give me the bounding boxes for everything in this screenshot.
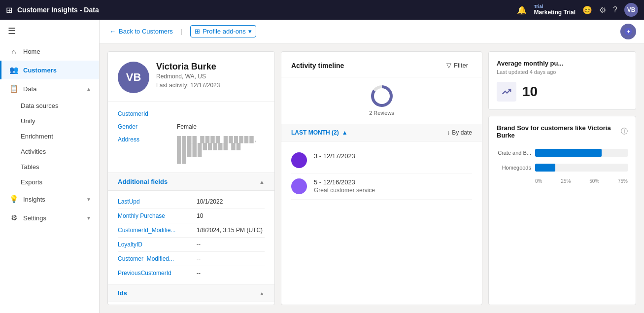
timeline-item-0: 3 - 12/17/2023 xyxy=(291,147,472,174)
bar-track-1 xyxy=(535,164,628,172)
breadcrumb-bar: ← Back to Customers | ⊞ Profile add-ons … xyxy=(100,20,644,43)
customer-fields: CustomerId Gender Female Address ████ ██… xyxy=(108,102,274,173)
trial-badge: Trial Marketing Trial xyxy=(534,4,576,16)
metric-value-row: 10 xyxy=(497,82,628,102)
additional-fields-title: Additional fields xyxy=(118,178,168,185)
insights-arrow-icon: ▼ xyxy=(86,197,91,202)
grid-icon[interactable]: ⊞ xyxy=(6,5,12,15)
previous-customerid-label: PreviousCustomerId xyxy=(118,270,197,277)
additional-field-customer-modified: Customer_Modified... -- xyxy=(118,252,265,266)
bar-fill-1 xyxy=(535,164,555,172)
page-content: VB Victoria Burke Redmond, WA, US Last a… xyxy=(100,43,644,313)
bar-label-1: Homegoods xyxy=(497,165,531,171)
customer-modified-value: -- xyxy=(197,255,201,262)
timeline-text-1: 5 - 12/16/2023 Great customer service xyxy=(314,178,472,194)
info-icon[interactable]: ⓘ xyxy=(621,127,628,136)
timeline-sub-1: Great customer service xyxy=(314,187,472,194)
help-icon[interactable]: ? xyxy=(613,5,617,14)
topbar: ⊞ Customer Insights - Data 🔔 Trial Marke… xyxy=(0,0,644,20)
additional-fields-section-header[interactable]: Additional fields ▲ xyxy=(108,173,274,191)
sidebar-home-label: Home xyxy=(23,48,40,55)
loyaltyid-label: LoyaltyID xyxy=(118,241,197,248)
monthly-purchase-label: Monthly Purchase xyxy=(118,212,197,219)
axis-0-pct: 0% xyxy=(535,178,542,184)
profile-addons-chevron-icon: ▾ xyxy=(248,28,252,35)
sidebar-item-tables[interactable]: Tables xyxy=(21,159,99,174)
monthly-purchase-value: 10 xyxy=(197,212,203,219)
hamburger-menu[interactable]: ☰ xyxy=(0,20,99,42)
sidebar-item-settings[interactable]: ⚙ Settings ▼ xyxy=(0,209,99,227)
axis-25-pct: 25% xyxy=(561,178,571,184)
sidebar-insights-label: Insights xyxy=(23,196,45,203)
customer-modified-label: Customer_Modified... xyxy=(118,255,197,262)
ids-section-header[interactable]: Ids ▲ xyxy=(108,284,274,302)
address-label: Address xyxy=(118,136,177,143)
settings-icon[interactable]: ⚙ xyxy=(599,5,606,15)
unify-label: Unify xyxy=(21,117,35,125)
customerid-modified-label: CustomerId_Modifie... xyxy=(118,227,197,234)
sidebar-item-activities[interactable]: Activities xyxy=(21,144,99,159)
additional-fields-toggle-icon: ▲ xyxy=(259,179,265,185)
topbar-right: 🔔 Trial Marketing Trial 😊 ⚙ ? VB xyxy=(517,3,638,17)
data-arrow-icon: ▲ xyxy=(86,86,91,92)
trial-label: Trial xyxy=(534,4,543,9)
trial-name: Marketing Trial xyxy=(534,9,576,16)
sidebar-item-exports[interactable]: Exports xyxy=(21,174,99,190)
sidebar-item-unify[interactable]: Unify xyxy=(21,113,99,129)
home-icon: ⌂ xyxy=(9,47,18,56)
previous-customerid-value: -- xyxy=(197,270,201,277)
filter-button[interactable]: ▽ Filter xyxy=(442,60,472,71)
customer-info: Victoria Burke Redmond, WA, US Last acti… xyxy=(156,62,265,89)
sidebar-item-data-sources[interactable]: Data sources xyxy=(21,98,99,113)
gender-row: Gender Female xyxy=(118,120,265,133)
notification-bell-icon[interactable]: 🔔 xyxy=(517,5,527,15)
brand-title-row: Brand Sov for customers like Victoria Bu… xyxy=(497,124,628,139)
metric-trend-icon xyxy=(497,82,516,102)
activity-title: Activity timeline xyxy=(291,62,344,70)
brand-card: Brand Sov for customers like Victoria Bu… xyxy=(488,116,636,305)
sidebar-customers-label: Customers xyxy=(23,67,57,74)
additional-field-customerid-modified: CustomerId_Modifie... 1/8/2024, 3:15 PM … xyxy=(118,223,265,238)
loyaltyid-value: -- xyxy=(197,241,201,248)
period-chevron-icon: ▲ xyxy=(342,129,348,136)
profile-addons-button[interactable]: ⊞ Profile add-ons ▾ xyxy=(190,25,256,37)
back-label: Back to Customers xyxy=(119,28,173,35)
customers-icon: 👥 xyxy=(9,66,18,74)
bar-fill-0 xyxy=(535,149,602,157)
bar-row-0: Crate and B... xyxy=(497,149,628,157)
user-avatar[interactable]: VB xyxy=(624,3,638,17)
filter-label: Filter xyxy=(454,62,468,69)
data-sources-label: Data sources xyxy=(21,102,59,109)
filter-icon: ▽ xyxy=(446,62,451,69)
sort-icon: ↓ xyxy=(447,129,450,136)
sidebar-item-enrichment[interactable]: Enrichment xyxy=(21,129,99,144)
sidebar-item-insights[interactable]: 💡 Insights ▼ xyxy=(0,190,99,209)
customer-card: VB Victoria Burke Redmond, WA, US Last a… xyxy=(107,51,275,305)
floating-assistant-button[interactable]: ✦ xyxy=(620,24,636,39)
activities-label: Activities xyxy=(21,148,46,155)
customer-id-label: CustomerId xyxy=(118,110,177,117)
customer-name: Victoria Burke xyxy=(156,62,265,72)
back-to-customers-button[interactable]: ← Back to Customers xyxy=(109,28,173,35)
enrichment-label: Enrichment xyxy=(21,133,53,140)
timeline-period-button[interactable]: LAST MONTH (2) ▲ xyxy=(291,129,348,136)
sidebar-data-sub: Data sources Unify Enrichment Activities… xyxy=(0,98,99,190)
sort-button[interactable]: ↓ By date xyxy=(447,129,472,136)
sidebar-item-data[interactable]: 📋 Data ▲ xyxy=(0,79,99,98)
content-area: ← Back to Customers | ⊞ Profile add-ons … xyxy=(100,20,644,313)
metric-title: Average monthly pu... xyxy=(497,60,628,67)
additional-field-previous-customerid: PreviousCustomerId -- xyxy=(118,266,265,280)
sidebar-item-customers[interactable]: 👥 Customers xyxy=(0,61,99,79)
bar-label-0: Crate and B... xyxy=(497,150,531,156)
additional-field-lastupd: LastUpd 10/1/2022 xyxy=(118,195,265,209)
reviews-section: 2 Reviews xyxy=(281,77,482,124)
brand-title: Brand Sov for customers like Victoria Bu… xyxy=(497,124,621,139)
activity-panel: Activity timeline ▽ Filter 2 Reviews LAS… xyxy=(281,51,482,305)
customer-id-row: CustomerId xyxy=(118,107,265,120)
sidebar: ☰ ⌂ Home 👥 Customers 📋 Data ▲ Data sourc… xyxy=(0,20,100,313)
sidebar-settings-label: Settings xyxy=(23,214,46,222)
smile-icon[interactable]: 😊 xyxy=(582,5,592,15)
sidebar-item-home[interactable]: ⌂ Home xyxy=(0,42,99,61)
additional-field-loyaltyid: LoyaltyID -- xyxy=(118,238,265,252)
timeline-dot-1 xyxy=(291,178,307,194)
